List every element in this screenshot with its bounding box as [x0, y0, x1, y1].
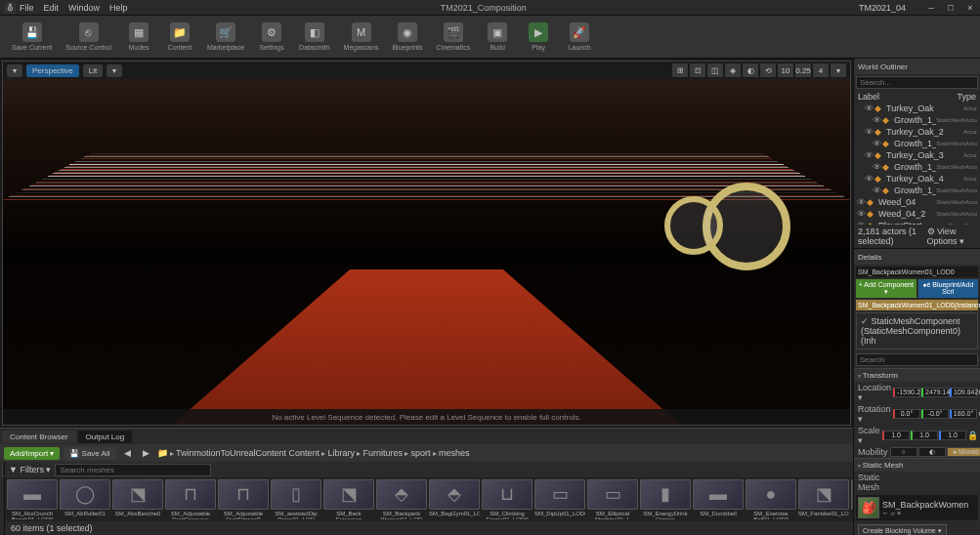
loc-x[interactable]: -1590.2 — [893, 388, 920, 397]
outliner-row[interactable]: 👁◆Growth_1_104StaticMeshActo — [854, 114, 980, 126]
mobility-stationary[interactable]: ◐ — [918, 447, 946, 457]
crumb-part[interactable]: meshes — [439, 448, 470, 458]
viewport-tool-icon[interactable]: 4 — [813, 63, 829, 77]
menu-file[interactable]: File — [20, 3, 34, 13]
rot-x[interactable]: 0.0° — [893, 409, 920, 419]
asset-item[interactable]: ⊓SM_Adjustable DualCrossove — [165, 479, 216, 519]
visibility-icon[interactable]: 👁 — [873, 115, 882, 125]
outliner-row[interactable]: 👁◆Growth_1_105StaticMeshActo — [854, 138, 980, 149]
crumb-part[interactable]: 📁 — [157, 448, 168, 458]
transform-header[interactable]: Transform — [854, 369, 980, 382]
outliner-row[interactable]: 👁◆Growth_1_106StaticMeshActo — [854, 161, 980, 173]
breadcrumb-fwd[interactable]: ▶ — [139, 448, 153, 458]
viewport-tool-icon[interactable]: ◐ — [743, 63, 758, 77]
scale-y[interactable]: 1.0 — [911, 431, 938, 440]
details-search-input[interactable] — [856, 353, 978, 366]
viewport-tool-icon[interactable]: ⟲ — [760, 63, 776, 77]
viewport-scene[interactable] — [3, 79, 850, 425]
outliner-row[interactable]: 👁◆Turkey_Oak_4Actor — [854, 173, 980, 185]
asset-item[interactable]: ▭SM_DipUp01_LOD0 — [534, 479, 585, 519]
viewport-tool-icon[interactable]: ▾ — [831, 63, 846, 77]
outliner-row[interactable]: 👁◆Weed_04_2StaticMeshActo — [854, 208, 980, 220]
toolbar-modes[interactable]: ▦Modes — [119, 21, 158, 53]
visibility-icon[interactable]: 👁 — [865, 174, 874, 184]
outliner-search-input[interactable] — [856, 76, 978, 89]
toolbar-build[interactable]: ▣Build — [478, 21, 517, 53]
asset-item[interactable]: ⊔SM_Climbing Frame01_LOD0 — [482, 479, 533, 519]
asset-item[interactable]: ▬SM_Dumbbell — [693, 479, 744, 519]
toolbar-datasmith[interactable]: ◧Datasmith — [293, 21, 336, 53]
visibility-icon[interactable]: 👁 — [865, 103, 874, 113]
asset-item[interactable]: ⊓SM_Adjustable DualFitnessP — [218, 479, 269, 519]
rot-z[interactable]: 180.0° — [950, 409, 977, 419]
visibility-icon[interactable]: 👁 — [865, 127, 874, 137]
asset-item[interactable]: ⬔SM_AbsBenche0 — [112, 479, 163, 519]
asset-item[interactable]: ▬SM_AbsCrunch Bench01_LOD0 — [7, 479, 58, 519]
outliner-row[interactable]: 👁◆Weed_04StaticMeshActo — [854, 196, 980, 208]
toolbar-launch[interactable]: 🚀Launch — [560, 21, 599, 53]
toolbar-source-control[interactable]: ⎋Source Control — [60, 21, 117, 53]
toolbar-play[interactable]: ▶Play — [519, 21, 558, 53]
viewport-tool-icon[interactable]: 10 — [778, 63, 793, 77]
menu-help[interactable]: Help — [109, 3, 128, 13]
details-instance[interactable]: SM_BackpackWomen01_LOD0(Instance) — [856, 300, 978, 310]
viewport-btn[interactable]: ▾ — [7, 64, 22, 77]
toolbar-content[interactable]: 📁Content — [160, 21, 199, 53]
viewport-btn[interactable]: ▾ — [107, 64, 122, 77]
visibility-icon[interactable]: 👁 — [865, 150, 874, 160]
asset-item[interactable]: ▭SM_Elliptical Machine01_L — [587, 479, 638, 519]
outliner-view-options[interactable]: ⚙ View Options ▾ — [927, 226, 976, 246]
viewport-btn[interactable]: Lit — [83, 64, 103, 77]
toolbar-marketplace[interactable]: 🛒Marketplace — [201, 21, 250, 53]
minimize-button[interactable]: – — [925, 3, 937, 13]
viewport-tool-icon[interactable]: ◫ — [707, 63, 723, 77]
tab-output-log[interactable]: Output Log — [78, 431, 133, 443]
outliner-row[interactable]: 👁◆Turkey_Oak_2Actor — [854, 126, 980, 138]
viewport-tool-icon[interactable]: ⊡ — [690, 63, 705, 77]
filters-button[interactable]: ▼ Filters ▾ — [9, 465, 51, 474]
viewport-tool-icon[interactable]: ⊞ — [672, 63, 688, 77]
asset-item[interactable]: ⬔SM_Back Extension — [323, 479, 374, 519]
asset-item[interactable]: ⬔SM_Fanbike01_LOD0 — [798, 479, 849, 519]
asset-item[interactable]: ▯SM_assistedDip Raise01_LOD — [271, 479, 321, 519]
visibility-icon[interactable]: 👁 — [873, 139, 882, 148]
viewport-btn[interactable]: Perspective — [26, 64, 79, 77]
asset-item[interactable]: ▮SM_EnergyDrink Orange — [640, 479, 691, 519]
scale-z[interactable]: 1.0 — [939, 431, 966, 440]
staticmesh-header[interactable]: Static Mesh — [854, 459, 980, 472]
rot-y[interactable]: -0.0° — [921, 409, 949, 419]
asset-item[interactable]: ⬘SM_BagGym01_LOD0 — [429, 479, 480, 519]
toolbar-save-current[interactable]: 💾Save Current — [6, 21, 58, 53]
outliner-row[interactable]: 👁◆Turkey_OakActor — [854, 103, 980, 114]
loc-y[interactable]: 2479.14 — [921, 388, 949, 397]
asset-item[interactable]: ⬘SM_Backpack Women01_LOD — [376, 479, 427, 519]
blueprint-button[interactable]: ●é Blueprint/Add Scri — [918, 279, 979, 298]
visibility-icon[interactable]: 👁 — [873, 185, 882, 195]
scale-x[interactable]: 1.0 — [882, 431, 910, 440]
staticmesh-slot[interactable]: 🎒SM_BackpackWomen← ⌕ × — [856, 495, 978, 520]
project-tab[interactable]: TM2021_04 — [859, 3, 906, 13]
viewport-tool-icon[interactable]: 0.25 — [795, 63, 811, 77]
save-all-button[interactable]: 💾 Save All — [64, 447, 115, 460]
close-button[interactable]: × — [964, 3, 976, 13]
menu-edit[interactable]: Edit — [44, 3, 60, 13]
crumb-part[interactable]: TwinmotionToUnrealContent Content — [176, 448, 320, 458]
add-component-button[interactable]: + Add Component ▾ — [856, 279, 916, 298]
breadcrumb[interactable]: 📁 ▸ TwinmotionToUnrealContent Content ▸ … — [157, 448, 470, 458]
visibility-icon[interactable]: 👁 — [857, 209, 867, 219]
crumb-part[interactable]: sport — [410, 448, 430, 458]
add-import-button[interactable]: Add/Import ▾ — [4, 447, 60, 460]
breadcrumb-back[interactable]: ◀ — [120, 448, 135, 458]
toolbar-settings[interactable]: ⚙Settings — [252, 21, 291, 53]
toolbar-megascans[interactable]: MMegascans — [338, 21, 385, 53]
loc-z[interactable]: 109.842 — [950, 388, 977, 397]
mobility-movable[interactable]: ● Movab — [947, 447, 980, 457]
viewport-tool-icon[interactable]: ◈ — [725, 63, 741, 77]
visibility-icon[interactable]: 👁 — [873, 162, 882, 172]
visibility-icon[interactable]: 👁 — [857, 197, 867, 207]
mobility-static[interactable]: ○ — [890, 447, 917, 457]
asset-item[interactable]: ◯SM_AbRoller01 — [60, 479, 110, 519]
maximize-button[interactable]: □ — [945, 3, 957, 13]
crumb-part[interactable]: Furnitures — [362, 448, 403, 458]
outliner-row[interactable]: 👁◆Turkey_Oak_3Actor — [854, 149, 980, 161]
